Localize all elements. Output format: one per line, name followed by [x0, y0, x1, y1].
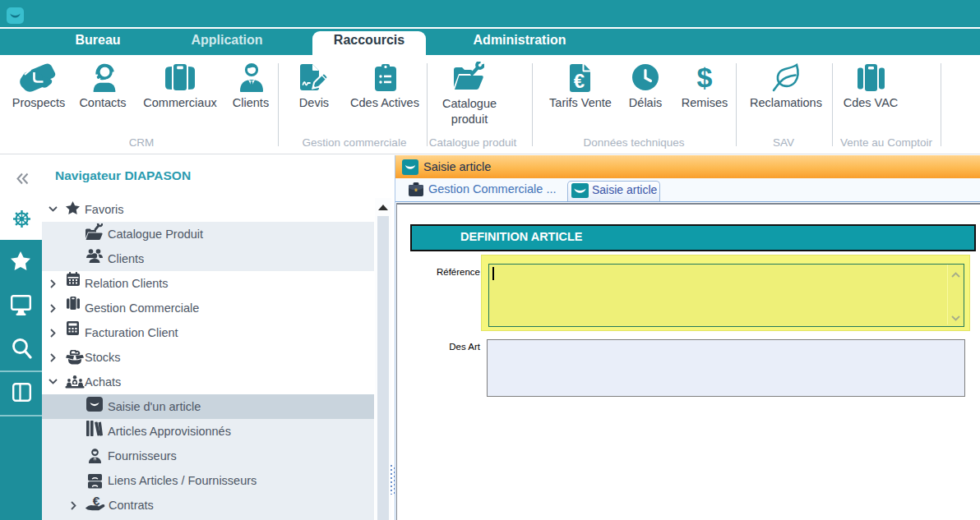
svg-text:$: $	[697, 62, 713, 93]
svg-text:€: €	[93, 494, 100, 508]
svg-text:€: €	[574, 70, 585, 92]
